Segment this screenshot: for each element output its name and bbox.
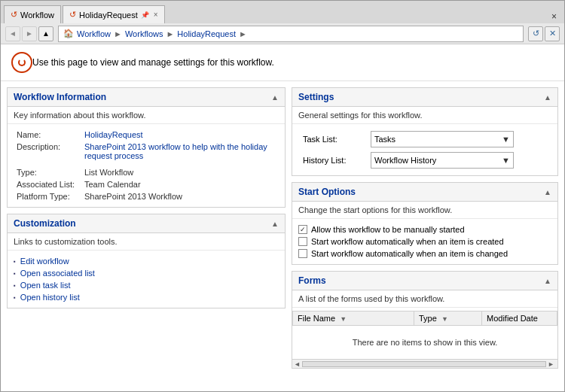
col-type-label: Type [419,314,437,323]
browser-frame: ↺ Workflow ↺ HolidayRequest 📌 × × ◄ ► ▲ … [0,0,565,392]
col-type[interactable]: Type ▼ [414,311,482,326]
history-list-select[interactable]: Workflow History ▼ [371,152,514,169]
task-list-label: Task List: [298,129,366,150]
workflow-information-section: Workflow Information ▲ Key information a… [7,87,286,208]
settings-title: Settings [298,92,334,102]
start-options-body: Allow this workflow to be manually start… [292,219,557,264]
breadcrumb-sep-0: ► [114,29,122,38]
type-label: Type: [14,166,81,178]
checkbox-manual[interactable] [298,225,307,234]
start-options-title: Start Options [298,187,356,197]
customization-collapse[interactable]: ▲ [271,220,279,228]
scroll-right-arrow[interactable]: ► [548,360,554,368]
edit-workflow-link[interactable]: Edit workflow [14,255,279,267]
breadcrumb-item-1[interactable]: Workflows [125,29,163,38]
workflow-icon [11,52,32,73]
nav-buttons: ◄ ► ▲ [5,26,53,41]
task-list-select[interactable]: Tasks ▼ [371,131,514,147]
start-options-header: Start Options ▲ [292,183,557,202]
checkbox-on-create-row: Start workflow automatically when an ite… [298,236,551,248]
desc-label: Description: [14,141,81,162]
checkbox-manual-label: Allow this workflow to be manually start… [311,225,465,234]
history-list-row: History List: Workflow History ▼ [298,150,551,171]
task-list-value: Tasks [374,135,396,144]
start-options-section: Start Options ▲ Change the start options… [292,182,558,265]
task-list-row: Task List: Tasks ▼ [298,129,551,150]
back-button[interactable]: ◄ [5,26,20,41]
close-window-button[interactable]: × [547,10,561,23]
up-button[interactable]: ▲ [38,26,53,41]
col-modified-date-label: Modified Date [487,314,538,323]
checkbox-on-change-row: Start workflow automatically when an ite… [298,248,551,260]
forms-header: Forms ▲ [292,272,557,290]
name-label: Name: [14,129,81,141]
settings-desc: General settings for this workflow. [292,107,557,124]
workflow-info-table: Name: HolidayRequest Description: ShareP… [14,129,279,202]
left-column: Workflow Information ▲ Key information a… [7,87,286,369]
info-type-row: Type: List Workflow [14,166,279,178]
col-modified-date[interactable]: Modified Date [482,311,557,326]
refresh-buttons: ↺ ✕ [528,26,560,41]
workflow-icon-inner [18,59,26,66]
forms-section: Forms ▲ A list of the forms used by this… [292,271,558,369]
workflow-tab-icon: ↺ [11,10,17,20]
forms-scrollbar[interactable]: ◄ ► [292,359,557,368]
checkbox-on-create[interactable] [298,237,307,246]
desc-value: SharePoint 2013 workflow to help with th… [81,141,279,162]
breadcrumb-item-2[interactable]: HolidayRequest [177,29,236,38]
history-list-label: History List: [298,150,366,171]
workflow-information-title: Workflow Information [14,92,106,102]
workflow-information-collapse[interactable]: ▲ [271,93,279,102]
forms-title: Forms [298,275,326,286]
breadcrumb-item-0[interactable]: Workflow [77,29,111,38]
settings-collapse[interactable]: ▲ [544,93,551,102]
open-history-list-link[interactable]: Open history list [14,291,279,303]
history-list-value: Workflow History [374,156,436,165]
checkbox-on-change[interactable] [298,249,307,258]
history-list-cell: Workflow History ▼ [366,150,551,171]
customization-body: Edit workflow Open associated list Open … [8,251,285,308]
col-file-name-sort: ▼ [340,315,347,323]
address-bar: ◄ ► ▲ 🏠 Workflow ► Workflows ► HolidayRe… [1,23,564,44]
tab-holidayrequest[interactable]: ↺ HolidayRequest 📌 × [63,5,165,23]
platform-value: SharePoint 2013 Workflow [81,190,279,202]
holidayrequest-tab-icon: ↺ [69,10,76,20]
task-list-dropdown-arrow: ▼ [502,135,510,144]
settings-header: Settings ▲ [292,88,557,107]
name-value[interactable]: HolidayRequest [81,129,279,141]
settings-table: Task List: Tasks ▼ History List: [298,129,551,171]
start-options-collapse[interactable]: ▲ [544,188,551,196]
scroll-left-arrow[interactable]: ◄ [294,360,301,368]
open-associated-list-link[interactable]: Open associated list [14,267,279,279]
info-name-row: Name: HolidayRequest [14,129,279,141]
forms-table-body: There are no items to show in this view. [293,326,557,360]
checkbox-on-create-label: Start workflow automatically when an ite… [311,237,504,246]
workflow-information-header: Workflow Information ▲ [8,88,285,107]
page-content: Use this page to view and manage setting… [1,44,564,391]
refresh-button[interactable]: ↺ [528,26,543,41]
tab-workflow[interactable]: ↺ Workflow [4,5,61,23]
breadcrumb: 🏠 Workflow ► Workflows ► HolidayRequest … [58,26,524,42]
holidayrequest-tab-label: HolidayRequest [79,11,138,20]
customization-desc: Links to customization tools. [8,233,285,251]
platform-label: Platform Type: [14,190,81,202]
page-header: Use this page to view and manage setting… [1,44,564,81]
stop-button[interactable]: ✕ [545,26,560,41]
forms-table: File Name ▼ Type ▼ Modified Date [292,311,557,359]
forms-empty-message: There are no items to show in this view. [293,326,557,360]
forms-collapse[interactable]: ▲ [544,277,551,285]
forms-header-row: File Name ▼ Type ▼ Modified Date [293,311,557,326]
task-list-cell: Tasks ▼ [366,129,551,150]
scroll-track[interactable] [302,361,546,367]
open-task-list-link[interactable]: Open task list [14,279,279,291]
workflow-tab-label: Workflow [20,11,54,20]
settings-section: Settings ▲ General settings for this wor… [292,87,558,176]
pin-icon: 📌 [141,11,149,19]
type-value: List Workflow [81,166,279,178]
forward-button[interactable]: ► [22,26,37,41]
tab-close-button[interactable]: × [154,11,158,19]
forms-body: File Name ▼ Type ▼ Modified Date [292,311,557,359]
forms-table-head: File Name ▼ Type ▼ Modified Date [293,311,557,326]
info-platform-row: Platform Type: SharePoint 2013 Workflow [14,190,279,202]
col-file-name[interactable]: File Name ▼ [293,311,414,326]
